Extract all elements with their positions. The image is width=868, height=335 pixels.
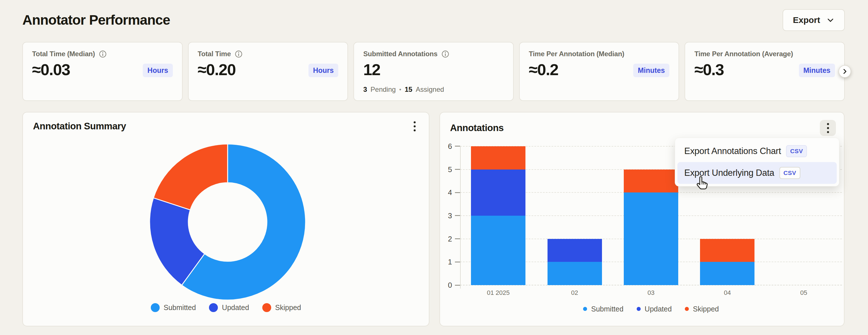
menu-item-export-annotations-chart[interactable]: Export Annotations ChartCSV bbox=[677, 140, 837, 162]
legend-label: Updated bbox=[645, 305, 672, 313]
annotation-summary-card: Annotation Summary SubmittedUpdatedSkipp… bbox=[22, 112, 429, 326]
annotations-card: Annotations 012345601 202502030405 Submi… bbox=[439, 112, 844, 326]
x-axis-label: 03 bbox=[619, 289, 683, 297]
legend-dot bbox=[637, 307, 641, 311]
stat-card: Time Per Annotation (Average)≈0.3Minutes bbox=[685, 42, 845, 101]
stat-card-label: Total Time bbox=[198, 50, 231, 58]
stat-card-value: 12 bbox=[363, 60, 504, 79]
y-axis-tick bbox=[455, 215, 460, 216]
info-icon[interactable] bbox=[441, 50, 449, 58]
bar-segment-submitted[interactable] bbox=[471, 216, 525, 285]
legend-dot bbox=[685, 307, 689, 311]
carousel-next-button[interactable] bbox=[838, 65, 851, 78]
stat-card: Total Time≈0.20Hours bbox=[188, 42, 348, 101]
bar-legend-item-skipped[interactable]: Skipped bbox=[685, 305, 719, 313]
csv-badge: CSV bbox=[786, 145, 807, 157]
pending-label: Pending bbox=[371, 86, 396, 93]
page-title: Annotator Performance bbox=[22, 12, 170, 28]
y-axis-line bbox=[460, 146, 461, 288]
legend-dot bbox=[583, 307, 587, 311]
stat-card: Total Time (Median)≈0.03Hours bbox=[22, 42, 183, 101]
legend-dot bbox=[151, 303, 160, 312]
unit-badge: Hours bbox=[308, 64, 338, 77]
assigned-count: 15 bbox=[405, 86, 412, 93]
legend-label: Submitted bbox=[591, 305, 623, 313]
donut-legend-item-updated[interactable]: Updated bbox=[209, 303, 249, 312]
bar-segment-skipped[interactable] bbox=[700, 239, 754, 262]
y-axis-tick bbox=[455, 169, 460, 170]
stat-card-label: Total Time (Median) bbox=[32, 50, 95, 58]
y-axis-tick bbox=[455, 146, 460, 147]
bar-segment-updated[interactable] bbox=[471, 170, 525, 216]
y-axis-tick bbox=[455, 238, 460, 239]
bar-legend-item-updated[interactable]: Updated bbox=[637, 305, 672, 313]
assigned-label: Assigned bbox=[416, 86, 444, 93]
stat-card-footer: 3Pending•15Assigned bbox=[363, 86, 444, 93]
bar-chart-legend: SubmittedUpdatedSkipped bbox=[460, 302, 842, 316]
donut-legend-item-submitted[interactable]: Submitted bbox=[151, 303, 196, 312]
y-axis-label: 3 bbox=[438, 211, 452, 220]
annotation-summary-donut-chart bbox=[23, 144, 430, 300]
chevron-down-icon bbox=[827, 16, 834, 24]
stat-card-label: Submitted Annotations bbox=[363, 50, 437, 58]
y-axis-label: 2 bbox=[438, 234, 452, 244]
y-axis-tick bbox=[455, 192, 460, 193]
y-axis-tick bbox=[455, 262, 460, 263]
x-axis-label: 04 bbox=[696, 289, 759, 297]
y-axis-label: 6 bbox=[438, 142, 452, 151]
legend-dot bbox=[209, 303, 218, 312]
x-axis-label: 05 bbox=[772, 289, 835, 297]
export-button-label: Export bbox=[793, 15, 820, 25]
annotation-summary-title: Annotation Summary bbox=[33, 121, 126, 132]
bar-segment-submitted[interactable] bbox=[624, 192, 678, 285]
unit-badge: Hours bbox=[143, 64, 173, 77]
legend-label: Updated bbox=[222, 303, 249, 312]
summary-kebab-menu-icon[interactable] bbox=[408, 120, 421, 132]
unit-badge: Minutes bbox=[633, 64, 669, 77]
chevron-right-icon bbox=[841, 68, 848, 75]
pending-count: 3 bbox=[363, 86, 367, 93]
x-axis-label: 01 2025 bbox=[467, 289, 530, 297]
export-button[interactable]: Export bbox=[782, 9, 845, 31]
menu-item-label: Export Annotations Chart bbox=[684, 146, 781, 156]
donut-legend: SubmittedUpdatedSkipped bbox=[23, 299, 429, 316]
stat-card: Submitted Annotations123Pending•15Assign… bbox=[353, 42, 514, 101]
unit-badge: Minutes bbox=[799, 64, 835, 77]
legend-dot bbox=[262, 303, 271, 312]
stat-card-label: Time Per Annotation (Median) bbox=[529, 50, 624, 58]
y-axis-label: 4 bbox=[438, 188, 452, 197]
y-axis-label: 5 bbox=[438, 165, 452, 174]
y-axis-label: 0 bbox=[438, 280, 452, 290]
dot-separator: • bbox=[399, 86, 401, 93]
donut-legend-item-skipped[interactable]: Skipped bbox=[262, 303, 301, 312]
info-icon[interactable] bbox=[99, 50, 106, 58]
legend-label: Skipped bbox=[275, 303, 301, 312]
donut-segment-skipped[interactable] bbox=[153, 144, 227, 210]
y-axis-label: 1 bbox=[438, 257, 452, 267]
bar-legend-item-submitted[interactable]: Submitted bbox=[583, 305, 623, 313]
stat-card-label: Time Per Annotation (Average) bbox=[694, 50, 793, 58]
bar-segment-skipped[interactable] bbox=[624, 170, 678, 193]
csv-badge: CSV bbox=[779, 167, 800, 179]
legend-label: Submitted bbox=[164, 303, 196, 312]
stats-row: Total Time (Median)≈0.03HoursTotal Time≈… bbox=[22, 42, 845, 101]
stat-card: Time Per Annotation (Median)≈0.2Minutes bbox=[519, 42, 679, 101]
bar-segment-submitted[interactable] bbox=[548, 262, 602, 285]
bar-segment-updated[interactable] bbox=[548, 239, 602, 262]
mouse-cursor-hand-icon bbox=[694, 175, 711, 191]
bar-segment-skipped[interactable] bbox=[471, 146, 525, 170]
info-icon[interactable] bbox=[235, 50, 243, 58]
bar-segment-submitted[interactable] bbox=[700, 262, 754, 285]
legend-label: Skipped bbox=[693, 305, 719, 313]
y-axis-tick bbox=[455, 285, 460, 286]
x-axis-label: 02 bbox=[543, 289, 606, 297]
annotator-performance-page: Annotator Performance Export Total Time … bbox=[0, 0, 868, 335]
